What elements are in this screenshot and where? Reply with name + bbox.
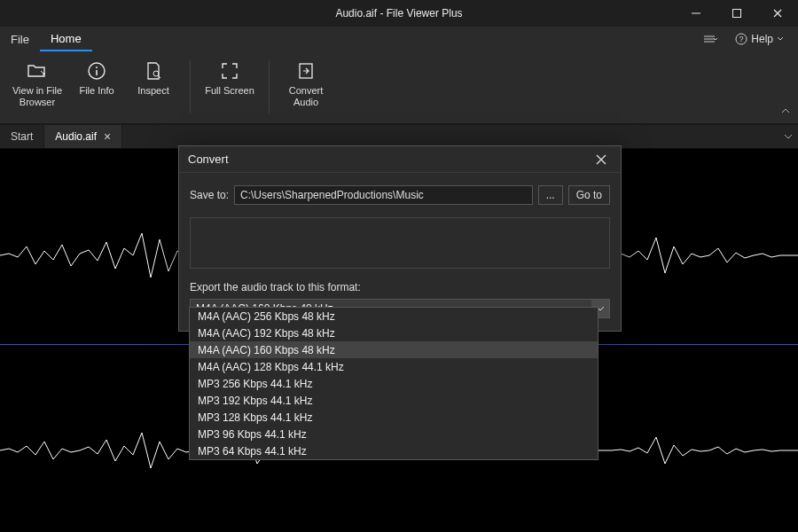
format-option[interactable]: MP3 256 Kbps 44.1 kHz: [190, 375, 598, 392]
format-option[interactable]: M4A (AAC) 160 Kbps 48 kHz: [190, 341, 598, 358]
format-option[interactable]: M4A (AAC) 256 Kbps 48 kHz: [190, 308, 598, 325]
svg-point-4: [96, 66, 98, 68]
export-format-label: Export the audio track to this format:: [190, 281, 610, 293]
svg-text:?: ?: [739, 35, 744, 43]
document-search-icon: [143, 60, 164, 82]
svg-rect-0: [733, 10, 741, 18]
format-dropdown-list[interactable]: M4A (AAC) 256 Kbps 48 kHz M4A (AAC) 192 …: [189, 307, 598, 460]
go-to-button[interactable]: Go to: [568, 185, 610, 205]
close-tab-icon[interactable]: ×: [104, 129, 111, 144]
convert-icon: [295, 60, 317, 82]
convert-audio-button[interactable]: ConvertAudio: [280, 57, 332, 112]
settings-icon[interactable]: [698, 30, 724, 48]
format-option[interactable]: M4A (AAC) 192 Kbps 48 kHz: [190, 325, 598, 341]
menubar: File Home ? Help: [0, 27, 798, 51]
format-option[interactable]: MP3 64 Kbps 44.1 kHz: [190, 442, 598, 459]
file-info-button[interactable]: File Info: [71, 57, 122, 100]
dialog-title: Convert: [188, 153, 229, 166]
save-to-input[interactable]: C:\Users\SharpenedProductions\Music: [234, 185, 533, 205]
save-to-label: Save to:: [190, 189, 229, 201]
tab-overflow-button[interactable]: [784, 125, 793, 148]
convert-dialog: Convert Save to: C:\Users\SharpenedProdu…: [178, 145, 622, 332]
help-label: Help: [751, 33, 773, 45]
ribbon: View in FileBrowser File Info Inspect Fu…: [0, 51, 798, 124]
format-option[interactable]: MP3 192 Kbps 44.1 kHz: [190, 392, 598, 409]
maximize-button[interactable]: [716, 0, 757, 27]
inspect-button[interactable]: Inspect: [128, 57, 179, 100]
ribbon-label: ConvertAudio: [289, 85, 324, 108]
folder-open-icon: [27, 60, 48, 82]
help-button[interactable]: ? Help: [730, 29, 789, 49]
ribbon-label: Inspect: [137, 85, 168, 97]
format-option[interactable]: MP3 128 Kbps 44.1 kHz: [190, 409, 598, 426]
ribbon-label: Full Screen: [205, 85, 254, 97]
full-screen-button[interactable]: Full Screen: [201, 57, 258, 100]
menu-file[interactable]: File: [0, 27, 40, 51]
preview-panel: [190, 217, 610, 269]
tab-start[interactable]: Start: [0, 125, 44, 148]
separator: [269, 60, 270, 113]
format-option[interactable]: MP3 96 Kbps 44.1 kHz: [190, 426, 598, 442]
fullscreen-icon: [219, 60, 240, 82]
ribbon-label: File Info: [79, 85, 113, 97]
format-option[interactable]: M4A (AAC) 128 Kbps 44.1 kHz: [190, 358, 598, 375]
browse-button[interactable]: ...: [538, 185, 563, 205]
info-icon: [86, 60, 107, 82]
minimize-button[interactable]: [676, 0, 716, 27]
ribbon-label: View in FileBrowser: [12, 85, 62, 108]
svg-point-5: [153, 71, 159, 76]
menu-home[interactable]: Home: [40, 27, 92, 51]
collapse-ribbon-button[interactable]: [780, 104, 791, 120]
titlebar: Audio.aif - File Viewer Plus: [0, 0, 798, 27]
view-in-file-browser-button[interactable]: View in FileBrowser: [9, 57, 66, 112]
dialog-close-button[interactable]: [591, 149, 612, 170]
tab-audio[interactable]: Audio.aif ×: [44, 125, 122, 148]
close-button[interactable]: [757, 0, 798, 27]
separator: [190, 60, 191, 113]
